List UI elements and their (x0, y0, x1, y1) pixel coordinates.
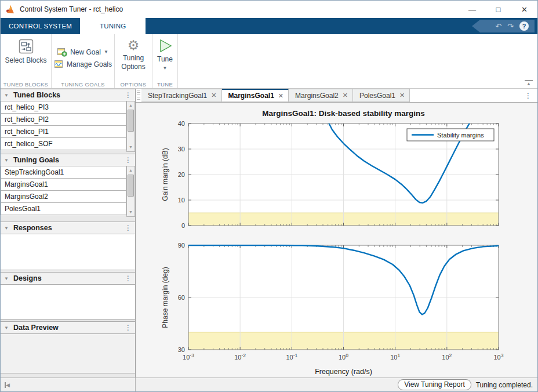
tab-control-system[interactable]: CONTROL SYSTEM (1, 18, 80, 34)
ribbon-tab-bar: CONTROL SYSTEM TUNING ↶ ↷ ? (1, 18, 537, 34)
responses-panel-body (1, 234, 135, 270)
panel-header-tuned-blocks[interactable]: ▼ Tuned Blocks ⋮ (1, 89, 135, 101)
redo-icon[interactable]: ↷ (507, 23, 514, 30)
scroll-up-icon[interactable]: ▲ (129, 166, 133, 175)
svg-text:90: 90 (178, 242, 185, 249)
tab-close-icon[interactable]: ✕ (399, 92, 405, 99)
svg-text:10-1: 10-1 (286, 353, 297, 361)
maximize-button[interactable]: □ (485, 1, 511, 18)
list-item[interactable]: MarginsGoal1 (1, 178, 126, 191)
list-item[interactable]: rct_helico_PI2 (1, 113, 126, 126)
list-item[interactable]: rct_helico_SOF (1, 137, 126, 150)
tab-close-icon[interactable]: ✕ (278, 92, 283, 100)
svg-text:60: 60 (178, 294, 185, 301)
svg-text:10-2: 10-2 (234, 353, 246, 361)
new-goal-icon (57, 48, 67, 57)
kebab-menu-icon[interactable]: ⋮ (125, 324, 132, 332)
tune-play-icon (158, 38, 173, 53)
svg-text:103: 103 (494, 353, 504, 361)
tab-tuning[interactable]: TUNING (80, 18, 146, 34)
status-message: Tuning completed. (476, 381, 533, 389)
kebab-menu-icon[interactable]: ⋮ (125, 91, 132, 99)
toolbar-group-tune: Tune ▼ TUNE (152, 34, 178, 88)
select-blocks-button[interactable]: Select Blocks (5, 37, 46, 65)
doc-tab-marginsgoal1[interactable]: MarginsGoal1 ✕ (222, 89, 289, 102)
svg-text:20: 20 (178, 171, 185, 178)
panel-title: Responses (13, 224, 52, 232)
tuning-goals-list: StepTrackingGoal1 MarginsGoal1 MarginsGo… (1, 166, 135, 217)
list-item[interactable]: rct_helico_PI1 (1, 125, 126, 138)
panel-title: Designs (13, 274, 42, 282)
collapse-icon[interactable]: ▼ (4, 158, 13, 163)
group-footer-options: OPTIONS (115, 81, 152, 88)
toolbar-group-tuning-goals: New Goal ▼ Manage Goals TUNING GOALS (52, 34, 115, 88)
doc-tab-label: PolesGoal1 (359, 92, 395, 100)
matlab-logo-icon (5, 4, 16, 14)
scroll-thumb[interactable] (128, 110, 134, 132)
scroll-down-icon[interactable]: ▼ (129, 143, 133, 151)
panel-header-responses[interactable]: ▼ Responses ⋮ (1, 222, 135, 234)
close-button[interactable]: ✕ (511, 1, 537, 18)
panel-header-tuning-goals[interactable]: ▼ Tuning Goals ⋮ (1, 154, 135, 166)
manage-goals-label: Manage Goals (67, 60, 112, 68)
status-bar: ◀ View Tuning Report Tuning completed. (1, 378, 537, 391)
group-footer-tuned-blocks: TUNED BLOCKS (1, 81, 51, 88)
collapse-toolbar-icon[interactable]: ▲ (525, 80, 533, 86)
svg-text:100: 100 (339, 353, 348, 361)
kebab-menu-icon[interactable]: ⋮ (125, 156, 132, 164)
tuning-options-button[interactable]: ⚙ Tuning Options (118, 37, 148, 71)
collapse-sidebar-icon[interactable]: ◀ (5, 382, 10, 388)
toolbar-group-tuned-blocks: Select Blocks TUNED BLOCKS (1, 34, 52, 88)
tune-dropdown-icon: ▼ (163, 66, 168, 71)
collapse-icon[interactable]: ▼ (4, 325, 13, 331)
help-icon[interactable]: ? (519, 21, 529, 31)
doc-tab-polesgoal1[interactable]: PolesGoal1 ✕ (353, 89, 410, 102)
scrollbar[interactable]: ▲ ▼ (126, 101, 135, 152)
scrollbar[interactable]: ▲ ▼ (126, 166, 135, 217)
title-bar: Control System Tuner - rct_helico — □ ✕ (1, 1, 537, 18)
scroll-up-icon[interactable]: ▲ (129, 101, 133, 110)
scroll-down-icon[interactable]: ▼ (129, 208, 133, 216)
doc-tab-steptrackinggoal1[interactable]: StepTrackingGoal1 ✕ (141, 89, 222, 102)
select-blocks-icon (18, 38, 34, 55)
minimize-button[interactable]: — (459, 1, 485, 18)
list-item[interactable]: PolesGoal1 (1, 202, 126, 215)
svg-text:102: 102 (442, 353, 452, 361)
svg-text:MarginsGoal1: Disk-based stabi: MarginsGoal1: Disk-based stability margi… (262, 109, 425, 118)
gear-icon: ⚙ (128, 38, 140, 52)
tune-button[interactable]: Tune ▼ (157, 37, 173, 71)
app-window: Control System Tuner - rct_helico — □ ✕ … (0, 0, 538, 392)
panel-header-data-preview[interactable]: ▼ Data Preview ⋮ (1, 321, 135, 334)
tuned-blocks-list: rct_helico_PI3 rct_helico_PI2 rct_helico… (1, 101, 135, 152)
collapse-icon[interactable]: ▼ (4, 226, 13, 231)
panel-title: Tuned Blocks (13, 91, 60, 99)
collapse-icon[interactable]: ▼ (4, 93, 13, 98)
new-goal-dropdown-icon: ▼ (104, 49, 108, 55)
doc-tab-kebab-icon[interactable]: ⋮ (525, 92, 537, 102)
splitter-grip[interactable] (137, 90, 140, 100)
panel-header-designs[interactable]: ▼ Designs ⋮ (1, 272, 135, 285)
view-tuning-report-button[interactable]: View Tuning Report (398, 379, 471, 390)
list-item[interactable]: StepTrackingGoal1 (1, 166, 126, 179)
new-goal-button[interactable]: New Goal ▼ (57, 48, 108, 57)
doc-tab-label: StepTrackingGoal1 (148, 92, 207, 100)
tab-close-icon[interactable]: ✕ (343, 92, 348, 99)
manage-goals-button[interactable]: Manage Goals (54, 60, 112, 69)
undo-icon[interactable]: ↶ (495, 23, 501, 30)
list-item[interactable]: MarginsGoal2 (1, 190, 126, 203)
svg-text:30: 30 (178, 146, 185, 153)
group-footer-tune: TUNE (152, 81, 177, 88)
data-preview-panel-body (1, 334, 135, 373)
list-item[interactable]: rct_helico_PI3 (1, 101, 126, 114)
tab-close-icon[interactable]: ✕ (211, 92, 216, 99)
kebab-menu-icon[interactable]: ⋮ (125, 224, 132, 232)
stability-margins-chart[interactable]: MarginsGoal1: Disk-based stability margi… (136, 103, 537, 378)
window-title: Control System Tuner - rct_helico (20, 5, 123, 13)
collapse-icon[interactable]: ▼ (4, 276, 13, 281)
svg-text:10-3: 10-3 (183, 353, 194, 361)
svg-text:10: 10 (178, 197, 185, 204)
scroll-thumb[interactable] (128, 175, 134, 197)
doc-tab-marginsgoal2[interactable]: MarginsGoal2 ✕ (289, 89, 353, 102)
kebab-menu-icon[interactable]: ⋮ (125, 274, 132, 282)
tuning-options-label: Tuning Options (118, 54, 148, 71)
